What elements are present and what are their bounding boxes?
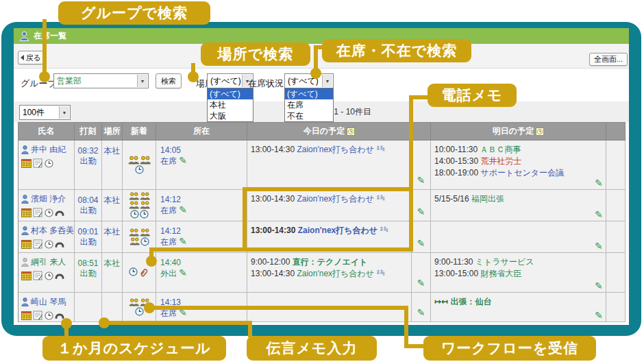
phone-memo-icon[interactable] bbox=[140, 156, 151, 165]
group-select[interactable]: 営業部 bbox=[53, 73, 149, 88]
clock-icon[interactable] bbox=[45, 208, 53, 217]
chevron-down-icon bbox=[59, 106, 69, 119]
schedule-entry: 14:00-15:30 荒井社労士 bbox=[434, 156, 606, 167]
edit-status-icon[interactable] bbox=[179, 204, 187, 215]
place-select-open-list: (すべて) 本社 大阪 bbox=[207, 88, 253, 122]
schedule-icon[interactable] bbox=[347, 128, 355, 136]
edit-status-icon[interactable] bbox=[179, 155, 187, 166]
edit-tomorrow-icon[interactable] bbox=[595, 311, 603, 319]
phone-memo-icon[interactable] bbox=[129, 237, 140, 246]
phone-memo-icon[interactable] bbox=[129, 228, 139, 236]
place-option[interactable]: 大阪 bbox=[208, 110, 253, 121]
place-option[interactable]: (すべて) bbox=[208, 88, 253, 99]
edit-today-icon[interactable] bbox=[417, 176, 425, 184]
clock-icon[interactable] bbox=[45, 240, 53, 249]
header-tomorrow: 明日の予定 bbox=[431, 123, 606, 141]
place-option[interactable]: 本社 bbox=[208, 99, 253, 110]
schedule-entry: 13:00-15:00 財務省大臣 bbox=[434, 268, 606, 280]
callout-line bbox=[149, 247, 245, 252]
callout-line bbox=[248, 321, 252, 337]
back-button[interactable]: 戻る bbox=[18, 51, 44, 64]
memo-icon[interactable] bbox=[33, 239, 43, 249]
presence-option[interactable]: 不在 bbox=[285, 110, 333, 121]
presence-option[interactable]: (すべて) bbox=[285, 88, 333, 99]
user-name-link[interactable]: 村本 多呑美 bbox=[31, 225, 74, 236]
edit-status-icon[interactable] bbox=[179, 236, 187, 247]
calendar-icon[interactable] bbox=[21, 239, 32, 249]
user-name-link[interactable]: 崎山 琴馬 bbox=[31, 296, 66, 308]
callout-line bbox=[404, 306, 408, 348]
header-punch: 打刻 bbox=[75, 123, 102, 141]
search-button[interactable]: 検索 bbox=[156, 73, 182, 88]
user-name-link[interactable]: 井中 由紀 bbox=[31, 144, 66, 156]
phone-memo-icon[interactable] bbox=[140, 228, 150, 236]
chevron-down-icon bbox=[322, 75, 332, 87]
memo-icon[interactable] bbox=[33, 311, 43, 320]
schedule-icon[interactable] bbox=[536, 128, 544, 136]
phone-icon[interactable] bbox=[55, 272, 64, 279]
memo-icon[interactable] bbox=[33, 208, 43, 217]
schedule-link[interactable]: Zaion'nex打ち合わせ bbox=[297, 145, 374, 154]
callout-highlight-rect bbox=[243, 187, 413, 252]
calendar-icon[interactable] bbox=[21, 158, 32, 168]
phone-memo-icon[interactable] bbox=[129, 298, 139, 306]
calendar-icon[interactable] bbox=[21, 208, 32, 217]
callout-line bbox=[42, 19, 47, 74]
edit-tomorrow-icon[interactable] bbox=[595, 210, 603, 219]
clock-icon[interactable] bbox=[45, 271, 53, 280]
callout-presence-search: 在席・不在で検索 bbox=[322, 39, 471, 62]
fullscreen-button[interactable]: 全画面... bbox=[589, 53, 628, 66]
callout-dot bbox=[146, 256, 157, 267]
callout-phone-memo: 電話メモ bbox=[428, 84, 517, 107]
attendees-icon bbox=[376, 145, 385, 152]
place-select[interactable]: (すべて) bbox=[207, 73, 253, 88]
phone-memo-icon[interactable] bbox=[129, 201, 139, 209]
header-today: 今日の予定 bbox=[247, 123, 412, 141]
user-name-link[interactable]: 濱畑 浄介 bbox=[31, 193, 66, 205]
clock-icon[interactable] bbox=[45, 311, 53, 320]
phone-icon[interactable] bbox=[55, 312, 64, 319]
clock-icon[interactable] bbox=[129, 267, 138, 278]
title-bar: 在席一覧 bbox=[14, 28, 629, 44]
clock-icon[interactable] bbox=[140, 210, 149, 219]
presence-option[interactable]: 在席 bbox=[285, 99, 333, 110]
table-row: 井中 由紀 08:32出勤 本社 14:05在席 bbox=[18, 141, 626, 190]
edit-today-icon[interactable] bbox=[417, 239, 425, 247]
callout-workflow: ワークフローを受信 bbox=[423, 336, 596, 361]
header-new: 新着 bbox=[123, 123, 156, 141]
paperclip-icon[interactable] bbox=[138, 267, 149, 278]
clock-icon[interactable] bbox=[140, 237, 149, 246]
callout-line bbox=[409, 95, 413, 191]
callout-dot bbox=[310, 68, 321, 79]
phone-memo-icon[interactable] bbox=[128, 156, 139, 165]
edit-status-icon[interactable] bbox=[179, 267, 187, 278]
user-name-link[interactable]: 綱引 来人 bbox=[31, 256, 66, 268]
phone-memo-icon[interactable] bbox=[129, 192, 139, 200]
edit-tomorrow-icon[interactable] bbox=[595, 179, 603, 187]
schedule-entry: 13:00-14:30 Zaion'nex打ち合わせ bbox=[251, 144, 411, 156]
schedule-link[interactable]: Zaion'nex打ち合わせ bbox=[297, 269, 374, 278]
edit-today-icon[interactable] bbox=[417, 279, 425, 287]
presence-select[interactable]: (すべて) bbox=[284, 73, 334, 88]
memo-icon[interactable] bbox=[33, 158, 43, 168]
clock-icon[interactable] bbox=[135, 165, 144, 174]
phone-memo-icon[interactable] bbox=[140, 201, 150, 209]
schedule-entry: 9:00-11:30 ミトラサービス bbox=[434, 256, 606, 268]
phone-icon[interactable] bbox=[55, 209, 64, 216]
edit-tomorrow-icon[interactable] bbox=[595, 242, 603, 250]
table-header-row: 氏名 打刻 場所 新着 所在 今日の予定 明日の予定 bbox=[18, 123, 626, 141]
phone-icon[interactable] bbox=[55, 241, 64, 247]
clock-icon[interactable] bbox=[135, 307, 144, 316]
edit-tomorrow-icon[interactable] bbox=[595, 282, 603, 290]
clock-icon[interactable] bbox=[130, 210, 139, 219]
phone-memo-icon[interactable] bbox=[140, 192, 150, 200]
memo-icon[interactable] bbox=[33, 271, 43, 280]
calendar-icon[interactable] bbox=[21, 311, 32, 320]
clock-icon[interactable] bbox=[45, 159, 53, 168]
calendar-icon[interactable] bbox=[21, 271, 32, 280]
edit-today-icon[interactable] bbox=[417, 208, 425, 216]
schedule-entry: 13:00-14:30 Zaion'nex打ち合わせ bbox=[251, 268, 411, 280]
edit-today-icon[interactable] bbox=[417, 308, 425, 317]
page-size-select[interactable]: 100件 bbox=[19, 105, 71, 120]
callout-dot bbox=[39, 71, 50, 82]
